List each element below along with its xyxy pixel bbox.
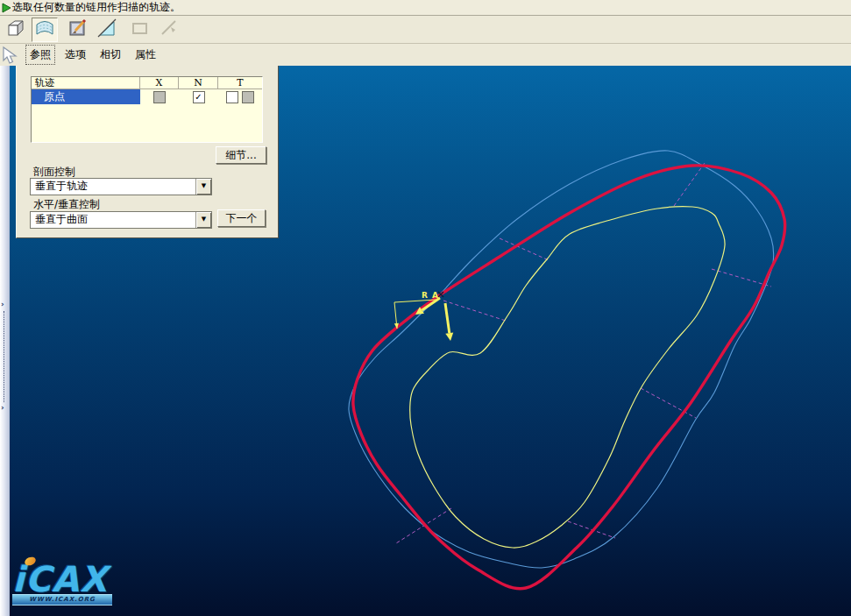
trajectory-row-origin[interactable]: 原点	[32, 89, 140, 104]
section-curve-yellow[interactable]	[410, 207, 725, 548]
datum-plane-icon	[96, 18, 117, 41]
column-header-trajectory: 轨迹	[32, 77, 140, 89]
logo-text: iCAX	[12, 562, 117, 597]
surface-button[interactable]	[32, 18, 58, 42]
t-checkbox-1[interactable]	[226, 91, 238, 103]
references-panel: 轨迹 X N T 原点 细节... 剖面控制 垂直于轨迹 ▼ 水平/垂直控制	[16, 66, 279, 238]
icax-watermark: iCAX WWW.ICAX.ORG	[12, 562, 117, 605]
surface-connector-lines	[712, 269, 771, 287]
table-header: 轨迹 X N T	[32, 77, 262, 89]
status-message: 选取任何数量的链用作扫描的轨迹。	[12, 0, 181, 15]
select-arrow-icon	[1, 46, 20, 65]
hv-control-label: 水平/垂直控制	[33, 197, 100, 212]
details-button[interactable]: 细节...	[216, 146, 266, 164]
surface-connector-lines	[443, 301, 506, 321]
sweep-direction-arrow[interactable]	[445, 303, 450, 333]
column-header-t: T	[218, 77, 262, 89]
section-control-value: 垂直于轨迹	[31, 179, 195, 195]
hv-control-value: 垂直于曲面	[31, 212, 195, 228]
origin-trajectory-red[interactable]	[353, 166, 785, 589]
status-bar: 选取任何数量的链用作扫描的轨迹。	[0, 0, 851, 16]
marker-label: R	[422, 291, 428, 300]
column-header-x: X	[140, 77, 179, 89]
tab-options[interactable]: 选项	[60, 45, 90, 65]
sash-expand-icon[interactable]: ›	[1, 404, 4, 412]
sash-drag-handle[interactable]	[4, 311, 4, 402]
sash-expand-icon[interactable]: ›	[1, 301, 4, 308]
tab-tangency[interactable]: 相切	[96, 45, 125, 65]
feature-toolbar	[0, 16, 851, 44]
surface-connector-lines	[674, 163, 705, 206]
x-checkbox	[153, 91, 166, 103]
tab-properties[interactable]: 属性	[131, 45, 160, 65]
section-icon	[130, 18, 151, 41]
table-row: 原点	[32, 89, 262, 104]
sketch-button[interactable]	[65, 18, 91, 42]
surface-connector-lines	[568, 521, 615, 538]
surface-connector-lines	[641, 388, 696, 418]
solid-button[interactable]	[3, 18, 29, 42]
chain-curve-blue[interactable]	[349, 151, 774, 568]
section-control-select[interactable]: 垂直于轨迹 ▼	[30, 178, 212, 195]
prompt-arrow-icon	[2, 3, 12, 13]
sweep-direction-arrowhead	[445, 332, 453, 341]
marker-label: A	[432, 291, 438, 300]
trajectory-line-icon	[159, 18, 180, 41]
solid-cube-icon	[5, 18, 26, 41]
trajectory-table: 轨迹 X N T 原点	[31, 76, 263, 143]
tab-references[interactable]: 参照	[25, 45, 55, 65]
trajectory-button	[156, 18, 182, 42]
next-button[interactable]: 下一个	[217, 209, 266, 227]
t-checkbox-2	[242, 91, 254, 103]
surface-icon	[34, 18, 55, 41]
dashboard-tab-bar: 参照 选项 相切 属性	[0, 44, 851, 66]
column-header-n: N	[179, 77, 218, 89]
app-window: 选取任何数量的链用作扫描的轨迹。	[0, 0, 851, 616]
dropdown-arrow-icon[interactable]: ▼	[195, 212, 211, 228]
section-button	[127, 18, 153, 42]
datum-button[interactable]	[94, 18, 120, 42]
sketch-edit-icon	[67, 18, 89, 41]
hv-control-select[interactable]: 垂直于曲面 ▼	[30, 211, 212, 229]
dropdown-arrow-icon[interactable]: ▼	[195, 179, 211, 195]
n-checkbox[interactable]	[193, 91, 205, 103]
